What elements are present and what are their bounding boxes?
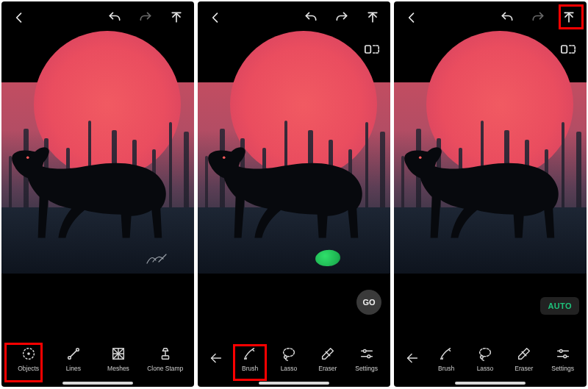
home-indicator — [259, 382, 329, 385]
tool-eraser[interactable]: Eraser — [508, 345, 540, 372]
undo-icon[interactable] — [498, 9, 516, 26]
tool-clonestamp[interactable]: Clone Stamp — [147, 345, 183, 372]
lasso-icon — [476, 345, 494, 363]
tool-label: Lines — [66, 365, 81, 372]
undo-icon[interactable] — [106, 9, 123, 26]
tool-label: Brush — [438, 365, 454, 372]
eraser-icon — [515, 345, 533, 363]
eraser-icon — [319, 345, 337, 363]
svg-point-19 — [284, 348, 295, 356]
svg-point-35 — [559, 349, 562, 352]
image-canvas[interactable] — [198, 82, 390, 274]
phone-screen-3: AUTOBrushLassoEraserSettings — [394, 1, 587, 387]
bottom-toolbar: BrushLassoEraserSettings — [394, 337, 587, 379]
top-bar — [1, 1, 194, 34]
bottom-toolbar: ObjectsLinesMeshesClone Stamp — [1, 337, 194, 379]
svg-rect-16 — [365, 46, 371, 53]
tool-eraser[interactable]: Eraser — [312, 345, 344, 372]
redo-icon[interactable] — [137, 9, 154, 26]
svg-point-17 — [223, 157, 226, 160]
svg-line-33 — [522, 351, 526, 356]
tool-label: Meshes — [107, 365, 129, 372]
tool-label: Objects — [18, 365, 39, 372]
svg-line-21 — [326, 351, 330, 356]
svg-line-7 — [71, 350, 76, 356]
image-canvas[interactable] — [394, 82, 587, 274]
svg-point-25 — [367, 354, 370, 357]
svg-rect-28 — [562, 46, 567, 53]
settings-icon — [554, 345, 572, 363]
tool-label: Eraser — [318, 365, 337, 372]
tool-label: Brush — [242, 365, 258, 372]
svg-point-37 — [563, 354, 566, 357]
meshes-icon — [110, 345, 127, 363]
dog-silhouette — [398, 121, 573, 246]
home-indicator — [62, 382, 133, 385]
tool-label: Eraser — [514, 365, 533, 372]
brush-icon — [437, 345, 455, 363]
home-indicator — [455, 382, 526, 385]
tool-label: Lasso — [477, 365, 494, 372]
redo-icon[interactable] — [333, 9, 351, 26]
svg-point-31 — [480, 348, 491, 356]
tool-label: Settings — [355, 365, 378, 372]
settings-icon — [358, 345, 376, 363]
go-button[interactable]: GO — [356, 290, 381, 315]
tool-label: Lasso — [281, 365, 298, 372]
svg-point-2 — [26, 157, 29, 160]
brush-icon — [241, 345, 259, 363]
back-icon[interactable] — [403, 9, 420, 26]
top-bar — [198, 1, 390, 34]
dog-silhouette — [6, 121, 181, 246]
svg-point-4 — [27, 352, 30, 355]
bottom-toolbar: BrushLassoEraserSettings — [198, 337, 390, 379]
tool-brush[interactable]: Brush — [234, 345, 266, 372]
export-icon[interactable] — [364, 9, 381, 26]
export-icon[interactable] — [560, 9, 578, 26]
clonestamp-icon — [157, 345, 174, 363]
signature-mark — [146, 251, 168, 266]
back-icon[interactable] — [207, 9, 224, 26]
tool-objects[interactable]: Objects — [12, 345, 45, 372]
undo-icon[interactable] — [302, 9, 320, 26]
redo-icon[interactable] — [529, 9, 547, 26]
toolbar-back-button[interactable] — [401, 349, 423, 367]
lasso-icon — [280, 345, 298, 363]
export-icon[interactable] — [168, 9, 185, 26]
tool-meshes[interactable]: Meshes — [102, 345, 135, 372]
dog-silhouette — [202, 121, 377, 246]
svg-point-29 — [419, 157, 422, 160]
auto-button[interactable]: AUTO — [540, 297, 579, 315]
back-icon[interactable] — [10, 9, 28, 26]
tool-label: Settings — [551, 365, 574, 372]
compare-icon[interactable] — [364, 41, 380, 57]
phone-screen-1: ObjectsLinesMeshesClone Stamp — [1, 1, 194, 387]
tool-lasso[interactable]: Lasso — [469, 345, 501, 372]
tool-lasso[interactable]: Lasso — [273, 345, 305, 372]
phone-screen-2: GOBrushLassoEraserSettings — [198, 1, 390, 387]
tool-settings[interactable]: Settings — [351, 345, 383, 372]
objects-icon — [20, 345, 37, 363]
tool-brush[interactable]: Brush — [430, 345, 462, 372]
image-canvas[interactable] — [1, 82, 194, 274]
top-bar — [394, 1, 587, 34]
tool-settings[interactable]: Settings — [547, 345, 579, 372]
toolbar-back-button[interactable] — [205, 349, 227, 367]
svg-point-23 — [363, 349, 366, 352]
compare-icon[interactable] — [560, 41, 576, 57]
lines-icon — [65, 345, 82, 363]
tool-label: Clone Stamp — [147, 365, 183, 372]
tool-lines[interactable]: Lines — [57, 345, 90, 372]
